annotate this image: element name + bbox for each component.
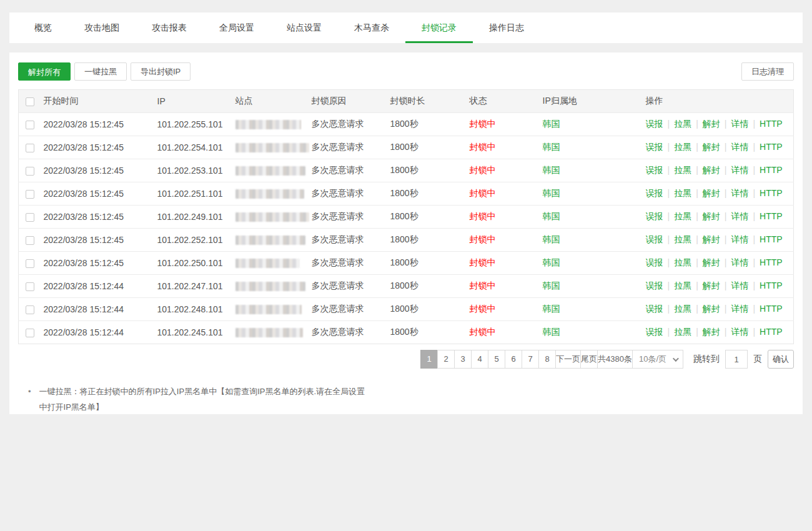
action-unban-link[interactable]: 解封	[703, 188, 720, 198]
action-http-link[interactable]: HTTP	[760, 142, 783, 152]
action-blacklist-link[interactable]: 拉黑	[674, 165, 691, 175]
action-separator: |	[725, 304, 727, 314]
page-cell[interactable]: 5	[488, 350, 505, 369]
page-cell[interactable]: 3	[454, 350, 472, 369]
action-detail-link[interactable]: 详情	[731, 165, 748, 175]
nav-tab[interactable]: 木马查杀	[338, 12, 405, 43]
action-http-link[interactable]: HTTP	[760, 165, 783, 175]
page-cell[interactable]: 2	[437, 350, 455, 369]
action-http-link[interactable]: HTTP	[760, 304, 783, 314]
action-unban-link[interactable]: 解封	[703, 257, 720, 267]
action-blacklist-link[interactable]: 拉黑	[674, 119, 691, 129]
cell-block-duration: 1800秒	[390, 298, 470, 321]
cell-site	[235, 252, 312, 275]
action-detail-link[interactable]: 详情	[731, 211, 748, 221]
action-blacklist-link[interactable]: 拉黑	[674, 234, 691, 244]
jump-page-input[interactable]	[725, 350, 748, 369]
row-checkbox[interactable]	[26, 190, 34, 199]
jump-to-page: 跳转到 页 确认	[693, 350, 794, 369]
action-detail-link[interactable]: 详情	[731, 188, 748, 198]
jump-confirm-button[interactable]: 确认	[768, 350, 794, 369]
action-unban-link[interactable]: 解封	[703, 119, 720, 129]
export-blocked-ip-button[interactable]: 导出封锁IP	[131, 62, 191, 81]
action-misreport-link[interactable]: 误报	[646, 211, 663, 221]
row-checkbox[interactable]	[26, 305, 34, 314]
page-size-select[interactable]: 10条/页	[632, 350, 683, 369]
row-checkbox[interactable]	[26, 144, 34, 152]
blacklist-all-button[interactable]: 一键拉黑	[74, 62, 127, 81]
nav-tab[interactable]: 封锁记录	[405, 12, 473, 43]
page-cell[interactable]: 1	[420, 350, 438, 369]
log-clean-button[interactable]: 日志清理	[741, 62, 794, 81]
action-misreport-link[interactable]: 误报	[646, 257, 663, 267]
action-detail-link[interactable]: 详情	[731, 280, 748, 290]
unban-all-button[interactable]: 解封所有	[18, 62, 71, 81]
nav-tab[interactable]: 站点设置	[270, 12, 338, 43]
action-unban-link[interactable]: 解封	[703, 211, 720, 221]
row-checkbox[interactable]	[26, 167, 34, 176]
action-separator: |	[725, 280, 727, 290]
action-misreport-link[interactable]: 误报	[646, 119, 663, 129]
action-blacklist-link[interactable]: 拉黑	[674, 142, 691, 152]
action-misreport-link[interactable]: 误报	[646, 234, 663, 244]
action-blacklist-link[interactable]: 拉黑	[674, 327, 691, 337]
action-unban-link[interactable]: 解封	[703, 327, 720, 337]
page-cell[interactable]: 下一页	[555, 350, 581, 369]
action-http-link[interactable]: HTTP	[760, 257, 783, 267]
action-misreport-link[interactable]: 误报	[646, 165, 663, 175]
action-http-link[interactable]: HTTP	[760, 280, 783, 290]
action-misreport-link[interactable]: 误报	[646, 304, 663, 314]
page-cell[interactable]: 4	[471, 350, 488, 369]
page-cell[interactable]: 7	[522, 350, 539, 369]
action-detail-link[interactable]: 详情	[731, 257, 748, 267]
action-misreport-link[interactable]: 误报	[646, 188, 663, 198]
action-http-link[interactable]: HTTP	[760, 119, 783, 129]
action-detail-link[interactable]: 详情	[731, 304, 748, 314]
action-http-link[interactable]: HTTP	[760, 327, 783, 337]
action-http-link[interactable]: HTTP	[760, 211, 783, 221]
action-unban-link[interactable]: 解封	[703, 234, 720, 244]
action-blacklist-link[interactable]: 拉黑	[674, 188, 691, 198]
action-unban-link[interactable]: 解封	[703, 304, 720, 314]
column-header-time: 开始时间	[44, 90, 157, 113]
action-unban-link[interactable]: 解封	[703, 165, 720, 175]
action-misreport-link[interactable]: 误报	[646, 142, 663, 152]
action-detail-link[interactable]: 详情	[731, 142, 748, 152]
row-checkbox[interactable]	[26, 282, 34, 291]
row-actions: 误报|拉黑|解封|详情|HTTP	[646, 321, 794, 344]
row-checkbox[interactable]	[26, 213, 34, 222]
row-checkbox[interactable]	[26, 236, 34, 245]
action-blacklist-link[interactable]: 拉黑	[674, 257, 691, 267]
action-blacklist-link[interactable]: 拉黑	[674, 304, 691, 314]
nav-tab[interactable]: 概览	[18, 12, 68, 43]
action-misreport-link[interactable]: 误报	[646, 327, 663, 337]
row-checkbox[interactable]	[26, 121, 34, 129]
nav-tab[interactable]: 全局设置	[203, 12, 270, 43]
cell-site	[235, 321, 312, 344]
action-detail-link[interactable]: 详情	[731, 119, 748, 129]
nav-tab[interactable]: 攻击报表	[136, 12, 203, 43]
action-unban-link[interactable]: 解封	[703, 280, 720, 290]
select-all-checkbox[interactable]	[26, 97, 34, 106]
page-cell[interactable]: 8	[538, 350, 556, 369]
action-separator: |	[696, 188, 698, 198]
action-misreport-link[interactable]: 误报	[646, 280, 663, 290]
action-detail-link[interactable]: 详情	[731, 327, 748, 337]
page-cell[interactable]: 尾页	[580, 350, 598, 369]
action-blacklist-link[interactable]: 拉黑	[674, 211, 691, 221]
table-header: 开始时间 IP 站点 封锁原因 封锁时长 状态 IP归属地 操作	[19, 90, 794, 113]
action-http-link[interactable]: HTTP	[760, 234, 783, 244]
action-detail-link[interactable]: 详情	[731, 234, 748, 244]
nav-tab[interactable]: 操作日志	[473, 12, 540, 43]
action-unban-link[interactable]: 解封	[703, 142, 720, 152]
table-row: 2022/03/28 15:12:44 101.202.247.101 多次恶意…	[19, 275, 794, 298]
nav-tab[interactable]: 攻击地图	[68, 12, 136, 43]
cell-block-reason: 多次恶意请求	[312, 159, 390, 182]
action-http-link[interactable]: HTTP	[760, 188, 783, 198]
page-cell[interactable]: 6	[505, 350, 522, 369]
page-cell[interactable]: 共4380条	[597, 350, 633, 369]
row-checkbox[interactable]	[26, 259, 34, 268]
row-checkbox[interactable]	[26, 329, 34, 337]
action-blacklist-link[interactable]: 拉黑	[674, 280, 691, 290]
cell-block-duration: 1800秒	[390, 229, 470, 252]
